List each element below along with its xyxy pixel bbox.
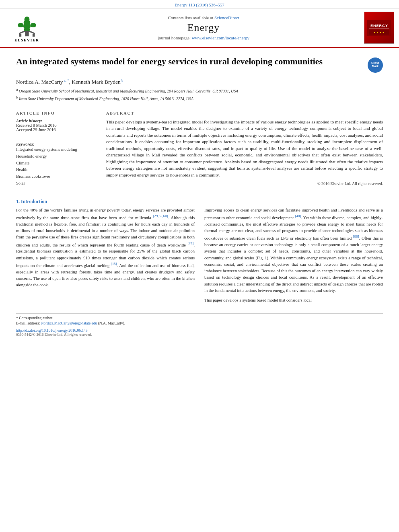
keywords-section: Keywords: Integrated energy systems mode… — [16, 142, 97, 187]
doi-link[interactable]: http://dx.doi.org/10.1016/j.energy.2016.… — [16, 329, 88, 333]
history-row: Article history: Received 8 March 2016 A… — [16, 119, 97, 132]
intro-col-right: Improving access to clean energy service… — [204, 207, 383, 307]
keyword-2: Household energy — [16, 153, 97, 160]
intro-para-right-2: This paper develops a systems based mode… — [204, 297, 383, 304]
energy-cover-box: ENERGY ■ ■ ■ ■ — [364, 12, 394, 44]
author-1-name: Nordica A. MacCarty — [16, 79, 63, 85]
journal-center-info: Contents lists available at ScienceDirec… — [53, 15, 354, 40]
email-link[interactable]: Nordica.MacCarty@oregonstate.edu — [41, 321, 97, 325]
author-2-name: Kenneth Mark Bryden — [72, 79, 120, 85]
elsevier-text: ELSEVIER — [14, 38, 39, 42]
intro-para-1: For the 40% of the world's families livi… — [16, 207, 195, 289]
introduction-section: 1. Introduction For the 40% of the world… — [16, 199, 383, 307]
ref-15[interactable]: [15] — [111, 262, 117, 266]
accepted-row: Accepted 29 June 2016 — [16, 127, 97, 132]
crossmark-badge[interactable]: Cross Mark — [368, 58, 383, 73]
article-info-label: ARTICLE INFO — [16, 111, 97, 115]
author-1-super: a, * — [63, 78, 69, 82]
article-title: An integrated systems model for energy s… — [16, 56, 364, 68]
svg-point-4 — [25, 16, 30, 22]
ref-74[interactable]: [74] — [187, 241, 193, 245]
svg-point-5 — [18, 23, 24, 27]
doi-line: http://dx.doi.org/10.1016/j.energy.2016.… — [16, 329, 383, 333]
abstract-text: This paper develops a systems-based inte… — [106, 119, 383, 179]
svg-point-6 — [30, 23, 36, 27]
received-row: Received 8 March 2016 — [16, 123, 97, 127]
keyword-4: Health — [16, 166, 97, 173]
article-info-col: ARTICLE INFO Article history: Received 8… — [16, 111, 97, 187]
intro-col-left: For the 40% of the world's families livi… — [16, 207, 195, 307]
contents-label: Contents lists available at ScienceDirec… — [53, 15, 354, 20]
elsevier-logo-section: ELSEVIER — [5, 13, 49, 42]
intro-heading: 1. Introduction — [16, 199, 383, 205]
authors-section: Nordica A. MacCarty a, *, Kenneth Mark B… — [16, 78, 383, 85]
ref-29-52-60[interactable]: [29,52,60] — [153, 214, 168, 218]
divider-1 — [16, 106, 383, 106]
author-2-super: b — [121, 78, 123, 82]
keywords-label: Keywords: — [16, 142, 97, 146]
elsevier-logo: ELSEVIER — [13, 13, 41, 42]
elsevier-tree-icon — [13, 13, 41, 37]
abstract-col: ABSTRACT This paper develops a systems-b… — [106, 111, 383, 187]
email-note: E-mail address: Nordica.MacCarty@oregons… — [16, 321, 383, 325]
svg-text:ENERGY: ENERGY — [370, 24, 388, 28]
energy-cover-graphic: ENERGY ■ ■ ■ ■ — [367, 20, 391, 36]
sciencedirect-link[interactable]: ScienceDirect — [214, 15, 239, 20]
abstract-label: ABSTRACT — [106, 111, 383, 115]
journal-homepage-link[interactable]: www.elsevier.com/locate/energy — [192, 35, 249, 40]
intro-para-right-1: Improving access to clean energy service… — [204, 207, 383, 294]
footnotes-section: * Corresponding author. E-mail address: … — [16, 313, 383, 337]
ref-40[interactable]: [40] — [295, 214, 301, 218]
intro-body-cols: For the 40% of the world's families livi… — [16, 207, 383, 307]
svg-rect-0 — [25, 32, 29, 36]
svg-text:■ ■ ■ ■: ■ ■ ■ ■ — [374, 31, 385, 33]
journal-homepage: journal homepage: www.elsevier.com/locat… — [53, 35, 354, 40]
journal-citation-bar: Energy 113 (2016) 536–557 — [0, 0, 399, 8]
journal-citation: Energy 113 (2016) 536–557 — [175, 2, 224, 7]
crossmark-icon: Cross Mark — [368, 58, 383, 73]
main-content: An integrated systems model for energy s… — [0, 48, 399, 345]
copyright-line: © 2016 Elsevier Ltd. All rights reserved… — [106, 181, 383, 186]
issn-line: 0360-5442/© 2016 Elsevier Ltd. All right… — [16, 333, 383, 337]
keyword-5: Biomass cookstoves — [16, 173, 97, 180]
article-page: Energy 113 (2016) 536–557 — [0, 0, 399, 532]
journal-title: Energy — [53, 22, 354, 34]
article-title-section: An integrated systems model for energy s… — [16, 56, 383, 73]
journal-header: ELSEVIER Contents lists available at Sci… — [0, 8, 399, 48]
article-info-abstract: ARTICLE INFO Article history: Received 8… — [16, 111, 383, 187]
corresponding-author-note: * Corresponding author. — [16, 316, 383, 320]
keyword-3: Climate — [16, 160, 97, 167]
svg-text:Cross: Cross — [371, 62, 379, 64]
keyword-6: Solar — [16, 180, 97, 187]
keywords-list: Integrated energy systems modeling House… — [16, 146, 97, 187]
keyword-1: Integrated energy systems modeling — [16, 146, 97, 153]
ref-80[interactable]: [80] — [353, 234, 359, 238]
svg-text:Mark: Mark — [372, 65, 378, 68]
energy-cover-image: ENERGY ■ ■ ■ ■ — [358, 12, 394, 44]
affiliation-2: b Iowa State University Department of Me… — [16, 95, 383, 101]
affiliation-1: a Oregon State University School of Mech… — [16, 88, 383, 93]
divider-2 — [16, 192, 383, 192]
divider-keywords — [16, 137, 97, 137]
